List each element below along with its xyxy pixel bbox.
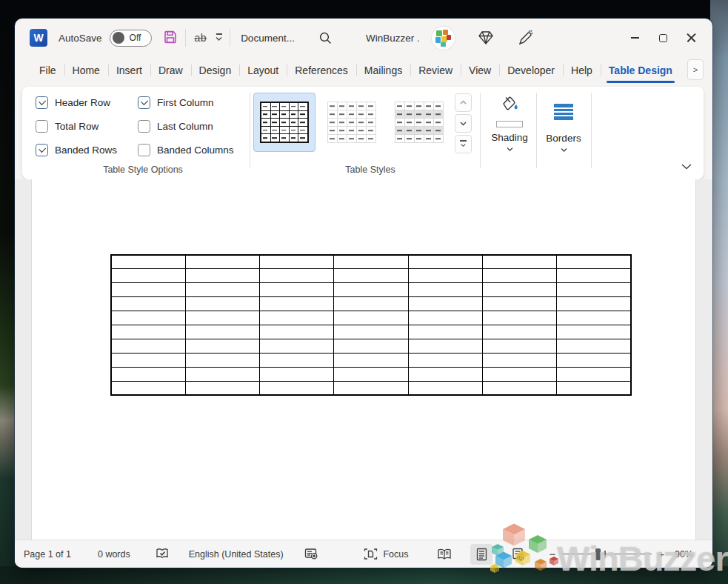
zoom-slider[interactable] bbox=[561, 548, 652, 560]
table-cell[interactable] bbox=[111, 339, 185, 353]
table-cell[interactable] bbox=[260, 367, 334, 381]
table-cell[interactable] bbox=[185, 255, 259, 269]
tab-table-design[interactable]: Table Design bbox=[601, 57, 681, 84]
zoom-level[interactable]: 90% bbox=[675, 549, 693, 560]
table-cell[interactable] bbox=[334, 283, 408, 297]
web-layout-icon[interactable] bbox=[507, 544, 530, 565]
shading-button[interactable]: Shading bbox=[487, 93, 532, 153]
table-cell[interactable] bbox=[408, 283, 482, 297]
gallery-scroll-up-button[interactable] bbox=[455, 93, 472, 112]
zoom-in-button[interactable]: + bbox=[658, 548, 664, 560]
table-cell[interactable] bbox=[334, 325, 408, 339]
document-page[interactable] bbox=[31, 179, 696, 540]
table-cell[interactable] bbox=[334, 297, 408, 311]
strikethrough-icon[interactable]: ab bbox=[195, 32, 207, 44]
table-cell[interactable] bbox=[185, 325, 259, 339]
table-cell[interactable] bbox=[260, 325, 334, 339]
table-cell[interactable] bbox=[557, 353, 631, 367]
table-cell[interactable] bbox=[185, 367, 259, 381]
table-cell[interactable] bbox=[482, 269, 556, 283]
checkbox-first-column[interactable] bbox=[138, 96, 150, 109]
table-cell[interactable] bbox=[111, 283, 185, 297]
table-cell[interactable] bbox=[185, 269, 259, 283]
zoom-out-button[interactable]: − bbox=[549, 548, 555, 560]
option-banded-rows[interactable]: Banded Rows bbox=[36, 142, 130, 158]
table-cell[interactable] bbox=[185, 297, 259, 311]
tab-references[interactable]: References bbox=[287, 57, 356, 84]
table-cell[interactable] bbox=[408, 325, 482, 339]
table-cell[interactable] bbox=[260, 255, 334, 269]
option-total-row[interactable]: Total Row bbox=[36, 118, 130, 134]
table-cell[interactable] bbox=[111, 353, 185, 367]
table-cell[interactable] bbox=[557, 283, 631, 297]
proofing-icon[interactable] bbox=[156, 548, 170, 560]
table-cell[interactable] bbox=[482, 381, 556, 395]
tab-insert[interactable]: Insert bbox=[108, 57, 150, 84]
option-banded-columns[interactable]: Banded Columns bbox=[138, 142, 234, 158]
table-cell[interactable] bbox=[334, 255, 408, 269]
table-cell[interactable] bbox=[408, 311, 482, 325]
table-cell[interactable] bbox=[408, 367, 482, 381]
zoom-slider-handle[interactable] bbox=[595, 548, 601, 560]
table-cell[interactable] bbox=[111, 255, 185, 269]
table-cell[interactable] bbox=[408, 255, 482, 269]
option-first-column[interactable]: First Column bbox=[138, 94, 234, 110]
table-cell[interactable] bbox=[185, 339, 259, 353]
table-cell[interactable] bbox=[482, 367, 556, 381]
table-cell[interactable] bbox=[111, 297, 185, 311]
checkbox-last-column[interactable] bbox=[138, 120, 150, 133]
print-layout-icon[interactable] bbox=[470, 544, 492, 565]
table-cell[interactable] bbox=[334, 367, 408, 381]
table-cell[interactable] bbox=[334, 269, 408, 283]
table-cell[interactable] bbox=[260, 353, 334, 367]
search-icon[interactable] bbox=[317, 29, 335, 47]
option-last-column[interactable]: Last Column bbox=[138, 118, 234, 134]
focus-label[interactable]: Focus bbox=[383, 549, 408, 560]
language-indicator[interactable]: English (United States) bbox=[189, 549, 284, 560]
table-cell[interactable] bbox=[185, 283, 259, 297]
table-cell[interactable] bbox=[482, 255, 556, 269]
table-style-thumbnail-banded[interactable] bbox=[388, 93, 450, 152]
option-header-row[interactable]: Header Row bbox=[36, 94, 130, 110]
table-style-thumbnail-plain[interactable] bbox=[321, 93, 383, 152]
account-name[interactable]: WinBuzzer . bbox=[366, 33, 420, 44]
table-cell[interactable] bbox=[557, 325, 631, 339]
close-button[interactable] bbox=[677, 25, 705, 50]
table-cell[interactable] bbox=[557, 367, 631, 381]
save-icon[interactable] bbox=[163, 30, 178, 47]
autosave-toggle[interactable]: Off bbox=[110, 30, 152, 47]
tab-help[interactable]: Help bbox=[563, 57, 601, 84]
tab-developer[interactable]: Developer bbox=[499, 57, 563, 84]
table-cell[interactable] bbox=[482, 311, 556, 325]
table-cell[interactable] bbox=[408, 297, 482, 311]
page-indicator[interactable]: Page 1 of 1 bbox=[24, 549, 71, 560]
table-cell[interactable] bbox=[185, 353, 259, 367]
table-style-thumbnail-grid[interactable] bbox=[253, 93, 315, 152]
table-cell[interactable] bbox=[334, 311, 408, 325]
table-cell[interactable] bbox=[557, 381, 631, 395]
table-cell[interactable] bbox=[185, 311, 259, 325]
borders-button[interactable]: Borders bbox=[541, 93, 587, 153]
table-cell[interactable] bbox=[482, 339, 556, 353]
checkbox-header-row[interactable] bbox=[36, 96, 48, 109]
table-cell[interactable] bbox=[334, 381, 408, 395]
table-cell[interactable] bbox=[482, 297, 556, 311]
table-cell[interactable] bbox=[111, 367, 185, 381]
checkbox-banded-rows[interactable] bbox=[36, 144, 48, 156]
table-cell[interactable] bbox=[408, 381, 482, 395]
maximize-button[interactable] bbox=[649, 25, 677, 50]
table-cell[interactable] bbox=[557, 297, 631, 311]
document-table[interactable] bbox=[110, 254, 632, 396]
checkbox-total-row[interactable] bbox=[36, 120, 48, 133]
table-cell[interactable] bbox=[557, 269, 631, 283]
tab-review[interactable]: Review bbox=[410, 57, 461, 84]
table-cell[interactable] bbox=[482, 283, 556, 297]
table-cell[interactable] bbox=[185, 381, 259, 395]
table-cell[interactable] bbox=[111, 269, 185, 283]
document-title[interactable]: Document... bbox=[241, 33, 295, 44]
table-cell[interactable] bbox=[334, 353, 408, 367]
collapse-ribbon-icon[interactable] bbox=[678, 160, 695, 173]
account-avatar[interactable] bbox=[432, 27, 455, 50]
macro-record-icon[interactable] bbox=[304, 548, 318, 560]
premium-diamond-icon[interactable] bbox=[477, 29, 495, 47]
